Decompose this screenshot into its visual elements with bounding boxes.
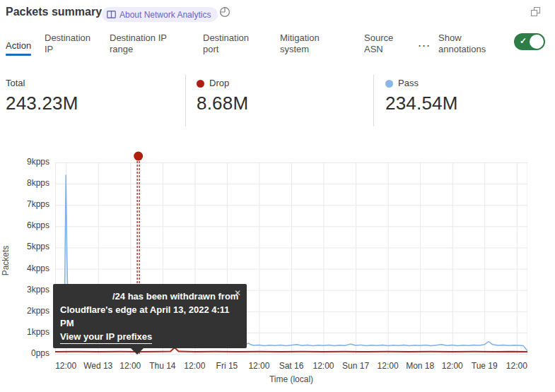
tooltip-caret — [131, 348, 144, 355]
restore-window-icon[interactable] — [531, 7, 542, 18]
badge-label: About Network Analytics — [119, 10, 211, 20]
toggle-knob — [530, 35, 544, 49]
y-tick-label: 5kpps — [0, 242, 49, 251]
stat-drop-label[interactable]: Drop — [209, 78, 229, 88]
tab-destination-port[interactable]: Destination port — [203, 32, 264, 55]
tab-mitigation-system[interactable]: Mitigation system — [280, 32, 338, 55]
tab-destination-ip[interactable]: Destination IP — [45, 32, 97, 55]
tab-destination-ip-range[interactable]: Destination IP range — [110, 32, 180, 55]
stat-total-value: 243.23M — [6, 93, 78, 114]
stat-divider — [185, 75, 186, 126]
tab-action-label: Action — [6, 40, 31, 51]
stat-pass-label[interactable]: Pass — [398, 78, 419, 88]
y-tick-label: 4kpps — [0, 263, 49, 273]
more-tabs-button[interactable]: ... — [418, 35, 431, 50]
y-tick-label: 6kpps — [0, 220, 49, 230]
drop-legend-dot — [197, 80, 204, 88]
y-tick-label: 0pps — [0, 348, 49, 358]
tab-source-asn[interactable]: Source ASN — [364, 32, 404, 55]
y-tick-label: 3kpps — [0, 285, 49, 295]
about-network-analytics-link[interactable]: About Network Analytics — [102, 7, 218, 22]
x-axis-title: Time (local) — [55, 374, 527, 384]
y-tick-label: 7kpps — [0, 199, 49, 209]
y-tick-label: 2kpps — [0, 306, 49, 316]
annotation-dot-icon[interactable] — [134, 152, 143, 161]
tooltip-line2: Cloudflare's edge at April 13, 2022 4:11… — [60, 303, 240, 330]
stat-total-label: Total — [6, 78, 25, 88]
pass-legend-dot — [385, 80, 393, 88]
restore-square-front — [531, 10, 537, 16]
annotation-tooltip: ✕ /24 has been withdrawn from Cloudflare… — [53, 284, 247, 348]
close-icon[interactable]: ✕ — [234, 287, 241, 300]
stat-drop-value: 8.68M — [197, 93, 248, 114]
y-tick-label: 8kpps — [0, 178, 49, 188]
show-annotations-label: Show annotations — [438, 32, 505, 55]
tab-action[interactable]: Action — [6, 40, 31, 56]
tooltip-line1: /24 has been withdrawn from — [112, 290, 240, 303]
page-title: Packets summary — [6, 6, 102, 18]
view-ip-prefixes-link[interactable]: View your IP prefixes — [60, 330, 152, 344]
check-icon: ✓ — [520, 36, 527, 46]
y-tick-label: 1kpps — [0, 327, 49, 337]
stat-divider — [373, 75, 374, 126]
x-tick-label: 12:00 — [496, 361, 538, 371]
active-tab-underline — [6, 54, 31, 56]
show-annotations-toggle[interactable]: ✓ — [514, 33, 545, 50]
book-icon — [107, 11, 116, 18]
stat-pass-value: 234.54M — [385, 93, 458, 114]
y-tick-label: 9kpps — [0, 157, 49, 167]
history-icon[interactable] — [219, 6, 230, 18]
